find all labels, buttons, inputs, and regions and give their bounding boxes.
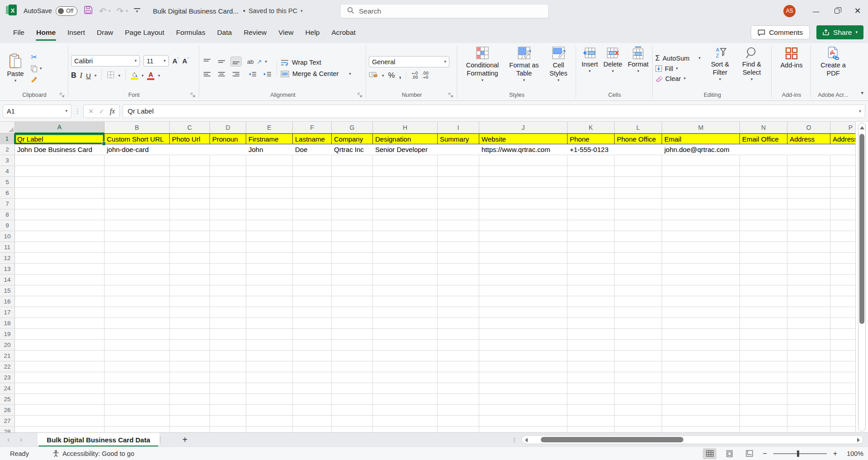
share-button[interactable]: Share ▾ (816, 25, 863, 39)
cell-O3[interactable] (787, 155, 830, 166)
cell-L26[interactable] (615, 405, 662, 416)
cell-F20[interactable] (293, 340, 332, 351)
row-header-19[interactable]: 19 (0, 329, 15, 340)
cell-K2[interactable]: +1-555-0123 (568, 144, 615, 155)
cell-D26[interactable] (210, 405, 246, 416)
cell-E27[interactable] (246, 416, 293, 427)
cell-M14[interactable] (662, 275, 740, 285)
cell-H8[interactable] (373, 209, 438, 220)
cell-N9[interactable] (740, 220, 787, 231)
cell-E6[interactable] (246, 188, 293, 199)
cell-A25[interactable] (15, 394, 105, 405)
cell-M12[interactable] (662, 253, 740, 264)
cell-D1[interactable]: Pronoun (210, 133, 246, 144)
cell-F9[interactable] (293, 220, 332, 231)
cell-G20[interactable] (332, 340, 373, 351)
cell-H15[interactable] (373, 285, 438, 296)
cell-F6[interactable] (293, 188, 332, 199)
cell-H2[interactable]: Senior Developer (373, 144, 438, 155)
row-header-3[interactable]: 3 (0, 155, 15, 166)
cell-P23[interactable] (830, 372, 855, 383)
cell-L20[interactable] (615, 340, 662, 351)
cell-F14[interactable] (293, 275, 332, 285)
insert-cells-button[interactable]: Insert ▾ (579, 46, 601, 90)
cell-A7[interactable] (15, 199, 105, 209)
cell-A18[interactable] (15, 318, 105, 329)
row-header-18[interactable]: 18 (0, 318, 15, 329)
clipboard-dialog-launcher[interactable] (59, 92, 65, 98)
number-dialog-launcher[interactable] (448, 92, 454, 98)
cell-P9[interactable] (830, 220, 855, 231)
decrease-decimal-button[interactable]: .00→0 (422, 71, 429, 80)
cell-C5[interactable] (170, 177, 210, 188)
align-center-button[interactable] (216, 70, 227, 79)
row-header-8[interactable]: 8 (0, 209, 15, 220)
cell-N28[interactable] (740, 427, 787, 432)
cell-K11[interactable] (568, 242, 615, 253)
cell-G5[interactable] (332, 177, 373, 188)
cell-D22[interactable] (210, 361, 246, 372)
prev-sheet-icon[interactable]: ‹ (7, 435, 10, 444)
cell-I17[interactable] (438, 307, 479, 318)
cell-F2[interactable]: Doe (293, 144, 332, 155)
decrease-indent-button[interactable] (247, 70, 258, 79)
cell-H20[interactable] (373, 340, 438, 351)
cell-B24[interactable] (105, 383, 170, 394)
cell-M23[interactable] (662, 372, 740, 383)
cell-C27[interactable] (170, 416, 210, 427)
cell-N15[interactable] (740, 285, 787, 296)
cell-D25[interactable] (210, 394, 246, 405)
cell-styles-button[interactable]: Cell Styles ▾ (544, 46, 573, 90)
cell-F12[interactable] (293, 253, 332, 264)
cell-E15[interactable] (246, 285, 293, 296)
cancel-entry-icon[interactable]: ✕ (88, 108, 94, 115)
cell-N2[interactable] (740, 144, 787, 155)
cell-K6[interactable] (568, 188, 615, 199)
cell-J14[interactable] (479, 275, 568, 285)
column-header-I[interactable]: I (438, 122, 479, 133)
cell-K25[interactable] (568, 394, 615, 405)
formula-input[interactable]: Qr Label ▾ (123, 104, 865, 118)
cell-C23[interactable] (170, 372, 210, 383)
cell-N21[interactable] (740, 351, 787, 361)
accessibility-status[interactable]: Accessibility: Good to go (52, 450, 134, 457)
cell-H17[interactable] (373, 307, 438, 318)
cell-M18[interactable] (662, 318, 740, 329)
cell-G8[interactable] (332, 209, 373, 220)
tab-acrobat[interactable]: Acrobat (325, 22, 361, 43)
format-painter-icon[interactable] (31, 76, 42, 84)
cell-C20[interactable] (170, 340, 210, 351)
cell-P5[interactable] (830, 177, 855, 188)
tab-review[interactable]: Review (238, 22, 272, 43)
decrease-font-size-button[interactable]: Aˇ (182, 57, 189, 65)
confirm-entry-icon[interactable]: ✓ (99, 108, 105, 115)
cell-P15[interactable] (830, 285, 855, 296)
avatar[interactable]: AS (783, 5, 796, 17)
cell-G12[interactable] (332, 253, 373, 264)
cell-D6[interactable] (210, 188, 246, 199)
cell-E4[interactable] (246, 166, 293, 177)
cell-O21[interactable] (787, 351, 830, 361)
cell-D13[interactable] (210, 264, 246, 275)
cell-A14[interactable] (15, 275, 105, 285)
cell-H27[interactable] (373, 416, 438, 427)
cell-A27[interactable] (15, 416, 105, 427)
cell-L13[interactable] (615, 264, 662, 275)
cell-J16[interactable] (479, 296, 568, 307)
cell-G10[interactable] (332, 231, 373, 242)
cell-P19[interactable] (830, 329, 855, 340)
orientation-button[interactable]: ab↗▾ (247, 58, 267, 65)
cell-D11[interactable] (210, 242, 246, 253)
cell-O8[interactable] (787, 209, 830, 220)
cell-O13[interactable] (787, 264, 830, 275)
cell-G2[interactable]: Qrtrac Inc (332, 144, 373, 155)
cell-K28[interactable] (568, 427, 615, 432)
cell-M20[interactable] (662, 340, 740, 351)
cell-K22[interactable] (568, 361, 615, 372)
cell-D8[interactable] (210, 209, 246, 220)
cell-P8[interactable] (830, 209, 855, 220)
cell-G7[interactable] (332, 199, 373, 209)
cell-K20[interactable] (568, 340, 615, 351)
cell-N17[interactable] (740, 307, 787, 318)
cell-P2[interactable] (830, 144, 855, 155)
